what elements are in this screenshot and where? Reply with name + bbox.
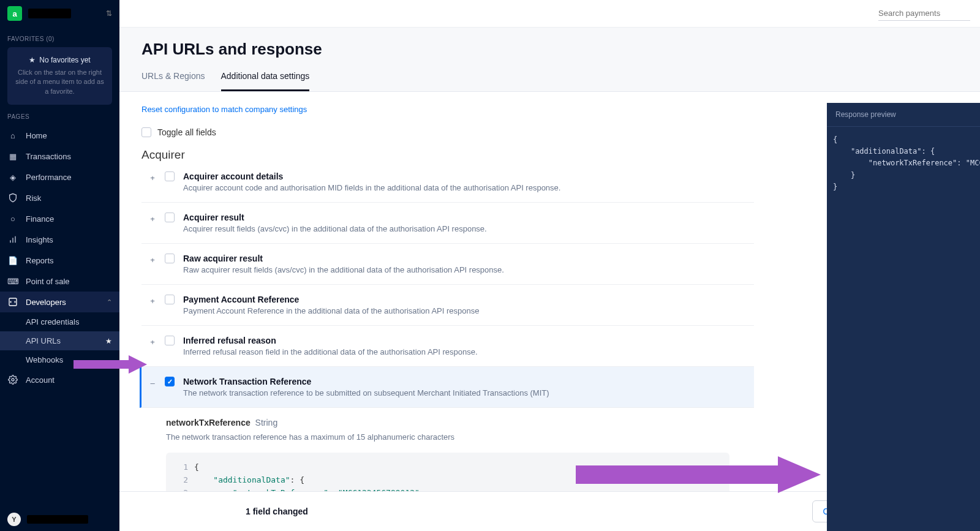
tabs: URLs & Regions Additional data settings: [141, 71, 958, 91]
response-preview-body: { "additionalData": { "networkTxReferenc…: [827, 127, 980, 200]
toggle-all-label: Toggle all fields: [157, 127, 216, 137]
page-header: API URLs and response URLs & Regions Add…: [119, 28, 980, 92]
field-type: String: [255, 418, 278, 427]
org-name-redacted: [28, 9, 71, 18]
expand-icon[interactable]: +: [149, 337, 156, 347]
sidebar-item-label: Developers: [26, 298, 66, 307]
expand-icon[interactable]: +: [149, 173, 156, 183]
response-preview-panel: Response preview { "additionalData": { "…: [827, 103, 980, 531]
avatar: Y: [7, 513, 21, 526]
setting-checkbox[interactable]: [165, 171, 175, 181]
performance-icon: ◈: [7, 171, 18, 183]
field-name: networkTxReference: [166, 418, 251, 427]
sidebar-item-finance[interactable]: ○ Finance: [0, 208, 119, 229]
collapse-icon[interactable]: –: [149, 378, 156, 388]
setting-checkbox[interactable]: [165, 213, 175, 222]
setting-title: Payment Account Reference: [183, 295, 479, 304]
sidebar-item-reports[interactable]: 📄 Reports: [0, 250, 119, 271]
expand-icon[interactable]: +: [149, 296, 156, 306]
sidebar-sub-api-credentials[interactable]: API credentials: [0, 312, 119, 331]
sidebar-item-home[interactable]: ⌂ Home: [0, 125, 119, 146]
chevron-up-icon: ⌃: [107, 298, 112, 306]
svg-rect-5: [74, 360, 129, 369]
setting-desc: Acquirer account code and authorisation …: [183, 183, 560, 192]
tab-urls-regions[interactable]: URLs & Regions: [141, 71, 205, 91]
setting-title: Raw acquirer result: [183, 254, 504, 263]
toggle-all-checkbox[interactable]: [141, 127, 151, 137]
no-favorites-title: No favorites yet: [39, 56, 90, 64]
updown-icon: ⇅: [106, 9, 112, 18]
sidebar-item-label: API credentials: [26, 317, 79, 326]
response-preview-header: Response preview: [827, 103, 980, 127]
setting-title: Acquirer account details: [183, 171, 560, 181]
svg-point-4: [12, 378, 14, 381]
setting-network-transaction-reference: – Network Transaction Reference The netw…: [140, 367, 754, 408]
setting-acquirer-account-details: + Acquirer account details Acquirer acco…: [141, 162, 754, 203]
expand-icon[interactable]: +: [149, 214, 156, 224]
transactions-icon: ▦: [7, 151, 18, 162]
pos-icon: ⌨: [7, 276, 18, 287]
sidebar-item-transactions[interactable]: ▦ Transactions: [0, 146, 119, 167]
home-icon: ⌂: [7, 130, 18, 141]
star-icon[interactable]: ★: [105, 337, 112, 345]
setting-desc: Acquirer result fields (avs/cvc) in the …: [183, 224, 487, 233]
sidebar-item-risk[interactable]: Risk: [0, 187, 119, 208]
sidebar-item-label: Finance: [26, 214, 54, 224]
setting-inferred-refusal-reason: + Inferred refusal reason Inferred refus…: [141, 326, 754, 367]
sidebar-item-insights[interactable]: Insights: [0, 229, 119, 250]
setting-desc: The network transaction reference to be …: [183, 388, 549, 397]
gear-icon: [7, 374, 18, 385]
setting-desc: Raw acquirer result fields (avs/cvc) in …: [183, 265, 504, 274]
setting-checkbox[interactable]: [165, 295, 175, 304]
code-icon: [7, 296, 18, 307]
changed-count: 1 field changed: [246, 507, 308, 516]
tab-additional-data[interactable]: Additional data settings: [221, 71, 310, 91]
star-icon: ★: [29, 56, 36, 64]
search-input[interactable]: [878, 6, 970, 21]
sidebar-item-label: Reports: [26, 256, 54, 265]
finance-icon: ○: [7, 213, 18, 224]
sidebar-item-performance[interactable]: ◈ Performance: [0, 167, 119, 187]
favorites-empty-box: ★ No favorites yet Click on the star on …: [7, 47, 112, 105]
page-title: API URLs and response: [141, 40, 958, 59]
setting-title: Acquirer result: [183, 213, 487, 222]
setting-acquirer-result: + Acquirer result Acquirer result fields…: [141, 203, 754, 244]
sidebar-item-label: API URLs: [26, 336, 61, 345]
shield-icon: [7, 192, 18, 203]
top-bar: [119, 0, 980, 28]
section-title-acquirer: Acquirer: [141, 148, 754, 162]
sidebar-sub-api-urls[interactable]: API URLs ★: [0, 331, 119, 350]
sidebar-item-label: Account: [26, 375, 55, 385]
setting-title: Network Transaction Reference: [183, 377, 549, 386]
user-menu[interactable]: Y: [0, 508, 119, 531]
reset-config-link[interactable]: Reset configuration to match company set…: [141, 105, 307, 114]
expand-icon[interactable]: +: [149, 255, 156, 265]
setting-raw-acquirer-result: + Raw acquirer result Raw acquirer resul…: [141, 244, 754, 285]
sidebar-item-label: Risk: [26, 194, 41, 203]
setting-title: Inferred refusal reason: [183, 336, 478, 345]
sidebar-item-label: Webhooks: [26, 355, 63, 364]
no-favorites-desc: Click on the star on the right side of a…: [13, 68, 106, 96]
annotation-arrow-1: [74, 355, 147, 374]
sidebar-item-label: Transactions: [26, 152, 71, 161]
svg-marker-6: [129, 355, 147, 374]
sidebar-item-developers[interactable]: Developers ⌃: [0, 292, 119, 312]
sidebar-item-label: Home: [26, 131, 47, 140]
logo-icon: a: [7, 6, 22, 21]
sidebar-item-pos[interactable]: ⌨ Point of sale: [0, 271, 119, 292]
sidebar-item-label: Point of sale: [26, 277, 70, 286]
sidebar-item-label: Performance: [26, 173, 71, 182]
favorites-heading: FAVORITES (0): [0, 27, 119, 47]
setting-checkbox[interactable]: [165, 254, 175, 263]
svg-marker-8: [778, 456, 821, 493]
org-switcher[interactable]: a ⇅: [0, 0, 119, 27]
svg-rect-7: [576, 465, 778, 484]
bar-chart-icon: [7, 234, 18, 245]
setting-payment-account-reference: + Payment Account Reference Payment Acco…: [141, 285, 754, 326]
setting-checkbox[interactable]: [165, 336, 175, 345]
sidebar-item-label: Insights: [26, 235, 53, 244]
field-desc: The network transaction reference has a …: [166, 432, 729, 442]
sidebar: a ⇅ FAVORITES (0) ★ No favorites yet Cli…: [0, 0, 119, 531]
setting-checkbox[interactable]: [165, 377, 175, 386]
setting-desc: Payment Account Reference in the additio…: [183, 306, 479, 315]
